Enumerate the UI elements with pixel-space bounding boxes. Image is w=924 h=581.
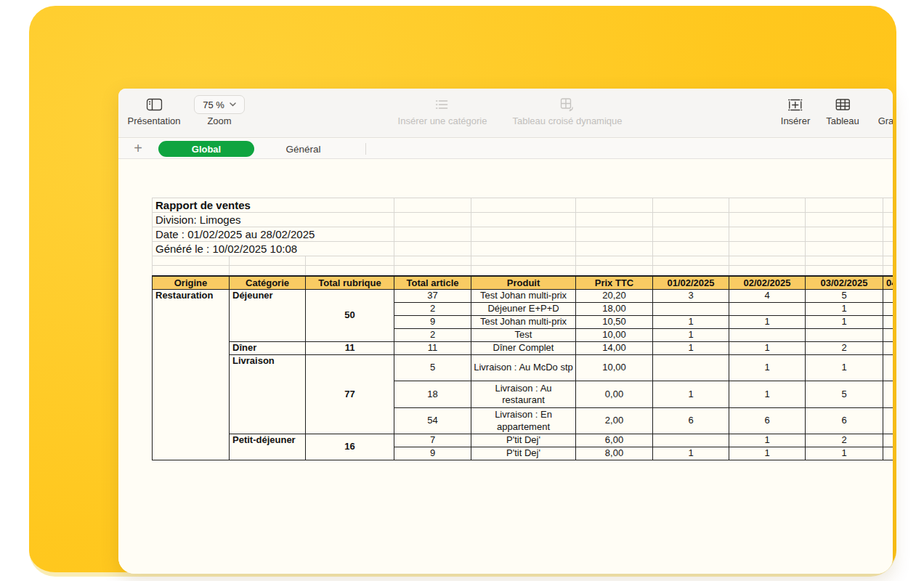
cell-total-livraison[interactable]: 77 [306,355,394,434]
insert-button[interactable]: Insérer [781,89,810,138]
cell-categorie-dejeuner[interactable]: Déjeuner [230,290,306,342]
header-jour2[interactable]: 02/02/2025 [729,276,806,290]
cell-prix[interactable]: 10,00 [576,329,653,342]
spreadsheet-canvas[interactable]: Rapport de ventes Division: Limoges Date… [118,160,893,574]
empty-cell[interactable] [471,198,576,213]
header-prix-ttc[interactable]: Prix TTC [576,276,653,290]
header-total-article[interactable]: Total article [394,276,471,290]
empty-cell[interactable] [153,256,230,266]
cell-jour2[interactable] [729,329,806,342]
empty-cell[interactable] [576,256,653,266]
empty-cell[interactable] [806,227,883,242]
empty-cell[interactable] [394,266,471,276]
empty-cell[interactable] [806,198,883,213]
cell-jour4[interactable] [883,381,893,408]
cell-jour4[interactable] [883,342,893,355]
cell-categorie-livraison[interactable]: Livraison [230,355,306,434]
cell-jour3[interactable]: 6 [806,408,883,434]
cell-jour3[interactable]: 1 [806,355,883,381]
empty-cell[interactable] [653,198,729,213]
add-sheet-button[interactable]: + [129,139,147,158]
cell-total-petit-dejeuner[interactable]: 16 [306,434,394,460]
cell-produit[interactable]: Test Johan multi-prix [471,290,576,303]
cell-jour3[interactable]: 1 [806,303,883,316]
cell-jour2[interactable]: 1 [729,342,806,355]
cell-jour1[interactable]: 1 [653,447,729,460]
empty-cell[interactable] [806,213,883,227]
report-generated-cell[interactable]: Généré le : 10/02/2025 10:08 [153,242,394,256]
cell-prix[interactable]: 6,00 [576,434,653,447]
header-categorie[interactable]: Catégorie [230,276,306,290]
cell-origine[interactable]: Restauration [153,290,230,460]
cell-jour2[interactable]: 1 [729,434,806,447]
cell-jour2[interactable]: 6 [729,408,806,434]
empty-cell[interactable] [471,227,576,242]
cell-jour3[interactable]: 1 [806,316,883,329]
empty-cell[interactable] [576,213,653,227]
cell-total-diner[interactable]: 11 [306,342,394,355]
empty-cell[interactable] [653,266,729,276]
cell-categorie-petit-dejeuner[interactable]: Petit-déjeuner [230,434,306,460]
pivot-table-button[interactable]: Tableau croisé dynamique [512,89,622,138]
cell-jour4[interactable] [883,408,893,434]
empty-cell[interactable] [806,256,883,266]
empty-cell[interactable] [653,256,729,266]
empty-cell[interactable] [471,256,576,266]
empty-cell[interactable] [230,266,306,276]
cell-produit[interactable]: Déjeuner E+P+D [471,303,576,316]
cell-jour1[interactable]: 1 [653,329,729,342]
cell-produit[interactable]: Dîner Complet [471,342,576,355]
cell-prix[interactable]: 0,00 [576,381,653,408]
cell-jour1[interactable]: 1 [653,381,729,408]
empty-cell[interactable] [471,242,576,256]
header-jour4[interactable]: 04/02/2025 [883,276,893,290]
cell-jour3[interactable] [806,329,883,342]
cell-jour4[interactable] [883,329,893,342]
empty-cell[interactable] [883,266,893,276]
cell-prix[interactable]: 2,00 [576,408,653,434]
cell-prix[interactable]: 20,20 [576,290,653,303]
empty-cell[interactable] [153,266,230,276]
empty-cell[interactable] [471,266,576,276]
empty-cell[interactable] [883,213,893,227]
empty-cell[interactable] [729,227,806,242]
empty-cell[interactable] [306,266,394,276]
cell-jour3[interactable]: 2 [806,434,883,447]
cell-jour1[interactable]: 3 [653,290,729,303]
empty-cell[interactable] [883,256,893,266]
empty-cell[interactable] [806,266,883,276]
cell-jour3[interactable]: 2 [806,342,883,355]
empty-cell[interactable] [394,198,471,213]
cell-qty[interactable]: 2 [394,329,471,342]
cell-qty[interactable]: 7 [394,434,471,447]
empty-cell[interactable] [576,227,653,242]
empty-cell[interactable] [653,242,729,256]
cell-jour4[interactable] [883,316,893,329]
header-jour1[interactable]: 01/02/2025 [653,276,729,290]
empty-cell[interactable] [729,198,806,213]
table-button[interactable]: Tableau [826,89,859,138]
cell-prix[interactable]: 10,50 [576,316,653,329]
cell-produit[interactable]: Livraison : Au McDo stp [471,355,576,381]
empty-cell[interactable] [394,256,471,266]
cell-jour4[interactable] [883,355,893,381]
empty-cell[interactable] [394,213,471,227]
cell-qty[interactable]: 11 [394,342,471,355]
cell-jour3[interactable]: 1 [806,447,883,460]
cell-produit[interactable]: Livraison : Au restaurant [471,381,576,408]
presentation-button[interactable]: Présentation [128,89,181,138]
empty-cell[interactable] [883,227,893,242]
empty-cell[interactable] [576,266,653,276]
cell-qty[interactable]: 9 [394,447,471,460]
report-daterange-cell[interactable]: Date : 01/02/2025 au 28/02/2025 [153,227,394,242]
cell-jour2[interactable]: 4 [729,290,806,303]
empty-cell[interactable] [394,227,471,242]
tab-general[interactable]: Général [265,141,341,157]
cell-qty[interactable]: 54 [394,408,471,434]
cell-jour3[interactable]: 5 [806,290,883,303]
cell-jour2[interactable]: 1 [729,316,806,329]
empty-cell[interactable] [883,198,893,213]
cell-jour1[interactable] [653,434,729,447]
cell-total-dejeuner[interactable]: 50 [306,290,394,342]
cell-jour2[interactable]: 1 [729,355,806,381]
